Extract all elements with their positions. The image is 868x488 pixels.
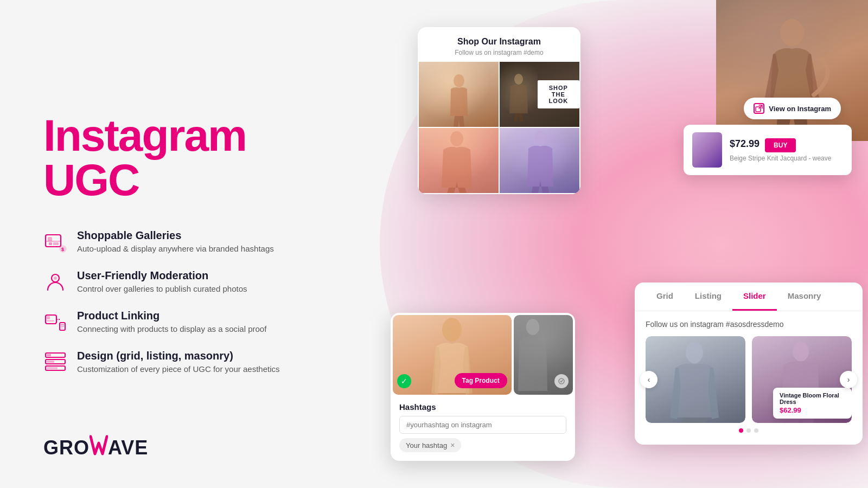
- layout-card: Grid Listing Slider Masonry Follow us on…: [635, 282, 863, 445]
- shop-the-look-button[interactable]: SHOP THE LOOK: [538, 80, 579, 108]
- insta-grid-item-1[interactable]: [419, 62, 499, 127]
- layout-subtitle: Follow us on instagram #asosdressdemo: [646, 320, 852, 329]
- svg-rect-11: [47, 320, 54, 322]
- feature-desc-design: Customization of every piece of UGC for …: [77, 364, 280, 374]
- slider-image-2: Vintage Bloom Floral Dress $62.99: [752, 336, 852, 423]
- instagram-gallery-card: Shop Our Instagram Follow us on instagra…: [418, 27, 580, 194]
- product-thumbnail: [692, 132, 722, 168]
- svg-rect-1: [48, 237, 52, 241]
- logo-w: [90, 434, 108, 461]
- insta-grid-item-4[interactable]: [500, 128, 579, 193]
- gallery-icon: $: [43, 230, 67, 254]
- feature-design: Design (grid, listing, masonry) Customiz…: [43, 350, 347, 375]
- slider-dot-2[interactable]: [746, 428, 751, 433]
- feature-desc-moderation: Control over galleries to publish curate…: [77, 284, 247, 293]
- slider-container: Vintage Bloom Floral Dress $62.99 ‹ ›: [646, 336, 852, 423]
- slider-dot-3[interactable]: [754, 428, 758, 433]
- hashtag-text: Your hashtag: [406, 441, 447, 450]
- insta-grid-item-3[interactable]: [419, 128, 499, 193]
- page-title: Instagram UGC: [43, 113, 347, 202]
- svg-rect-20: [47, 354, 51, 356]
- feature-moderation: User-Friendly Moderation Control over ga…: [43, 269, 347, 294]
- layout-content: Follow us on instagram #asosdressdemo: [635, 311, 863, 445]
- link-icon: [43, 311, 67, 335]
- svg-point-27: [450, 131, 463, 146]
- admin-moderation-card: ✓ Tag Product Ha: [391, 313, 575, 461]
- tab-grid[interactable]: Grid: [646, 282, 684, 311]
- hashtags-section: Hashtags Your hashtag ×: [391, 397, 575, 452]
- svg-point-23: [780, 19, 804, 46]
- tab-masonry[interactable]: Masonry: [777, 282, 832, 311]
- hashtags-title: Hashtags: [399, 402, 566, 412]
- admin-photo-area: ✓ Tag Product: [391, 313, 575, 397]
- right-panel: View on Instagram $72.99 BUY Beige Strip…: [380, 0, 868, 488]
- svg-rect-10: [47, 316, 50, 319]
- svg-point-29: [442, 318, 462, 342]
- feature-title-shoppable: Shoppable Galleries: [77, 229, 274, 242]
- tab-listing[interactable]: Listing: [684, 282, 732, 311]
- product-info: $72.99 BUY Beige Stripe Knit Jacquard - …: [730, 138, 831, 162]
- view-on-instagram-popup[interactable]: View on Instagram: [744, 98, 841, 119]
- instagram-grid: SHOP THE LOOK: [418, 62, 580, 194]
- slider-image-1: [646, 336, 745, 423]
- svg-rect-4: [53, 242, 59, 245]
- svg-point-32: [686, 342, 703, 363]
- feature-desc-linking: Connecting with products to display as a…: [77, 324, 266, 333]
- shop-the-look-overlay: SHOP THE LOOK: [500, 62, 579, 127]
- svg-text:$: $: [61, 247, 64, 252]
- feature-shoppable-galleries: $ Shoppable Galleries Auto-upload & disp…: [43, 229, 347, 254]
- logo-gro: GRO: [43, 436, 90, 459]
- product-name: Beige Stripe Knit Jacquard - weave: [730, 155, 831, 162]
- feature-title-design: Design (grid, listing, masonry): [77, 350, 280, 362]
- slider-prev-button[interactable]: ‹: [640, 371, 658, 388]
- features-list: $ Shoppable Galleries Auto-upload & disp…: [43, 229, 347, 375]
- svg-point-28: [534, 131, 546, 145]
- layout-tabs: Grid Listing Slider Masonry: [635, 282, 863, 311]
- tab-slider[interactable]: Slider: [732, 282, 777, 311]
- tag-product-button[interactable]: Tag Product: [455, 373, 507, 388]
- product-popup: $72.99 BUY Beige Stripe Knit Jacquard - …: [684, 125, 852, 175]
- view-on-instagram-label: View on Instagram: [769, 105, 831, 113]
- instagram-card-subtitle: Follow us on instagram #demo: [426, 49, 572, 56]
- svg-rect-21: [47, 361, 54, 363]
- feature-title-moderation: User-Friendly Moderation: [77, 269, 247, 282]
- fashion-photo-large: [716, 0, 868, 141]
- external-link-icon: [754, 103, 764, 114]
- svg-point-26: [514, 74, 523, 85]
- svg-point-25: [454, 74, 464, 87]
- feature-product-linking: Product Linking Connecting with products…: [43, 310, 347, 335]
- insta-grid-item-2[interactable]: SHOP THE LOOK: [500, 62, 579, 127]
- slider-dots: [646, 423, 852, 436]
- slider-images: Vintage Bloom Floral Dress $62.99: [646, 336, 852, 423]
- slider-dot-1[interactable]: [739, 428, 743, 433]
- hashtag-remove[interactable]: ×: [450, 441, 455, 450]
- admin-photo-main: ✓ Tag Product: [393, 315, 512, 395]
- slider-product-name: Vintage Bloom Floral Dress: [780, 392, 845, 405]
- growave-logo: GRO AVE: [43, 434, 148, 461]
- slider-product-card: Vintage Bloom Floral Dress $62.99: [773, 388, 852, 419]
- left-panel: Instagram UGC $ Shoppable Galleries Auto…: [0, 0, 391, 488]
- hashtag-tag: Your hashtag ×: [399, 438, 461, 452]
- svg-point-8: [54, 277, 57, 280]
- logo-ave: AVE: [108, 436, 148, 459]
- svg-point-33: [793, 342, 809, 361]
- svg-rect-22: [47, 367, 58, 369]
- slider-product-price: $62.99: [780, 406, 845, 414]
- product-price: $72.99: [730, 138, 760, 150]
- svg-point-30: [526, 319, 539, 335]
- feature-desc-shoppable: Auto-upload & display anywhere via brand…: [77, 244, 274, 253]
- instagram-card-title: Shop Our Instagram: [426, 37, 572, 47]
- feature-title-linking: Product Linking: [77, 310, 266, 322]
- hashtag-input[interactable]: [399, 416, 566, 434]
- check-circle: ✓: [397, 374, 411, 388]
- moderation-icon: [43, 271, 67, 294]
- design-icon: [43, 351, 67, 375]
- svg-rect-3: [49, 242, 52, 245]
- slider-next-button[interactable]: ›: [840, 371, 857, 388]
- buy-button[interactable]: BUY: [765, 138, 796, 152]
- admin-photo-side: [514, 315, 573, 395]
